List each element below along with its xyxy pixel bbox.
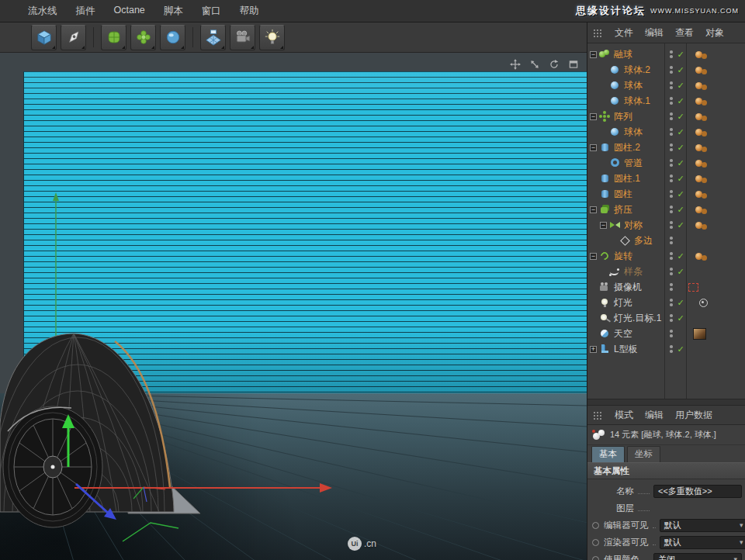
- menu-item-流水线[interactable]: 流水线: [19, 5, 67, 18]
- object-row[interactable]: 球体✓: [587, 78, 745, 93]
- visibility-dots[interactable]: [670, 345, 673, 353]
- editor-visibility-select[interactable]: 默认▾: [660, 519, 745, 532]
- visibility-dots[interactable]: [670, 128, 673, 136]
- enable-check[interactable]: ✓: [674, 50, 687, 60]
- enable-check[interactable]: ✓: [674, 96, 687, 106]
- panel-splitter[interactable]: [587, 399, 745, 406]
- visibility-dots[interactable]: [670, 159, 673, 167]
- keyframe-circle[interactable]: [592, 539, 599, 546]
- material-tag-icon[interactable]: [695, 160, 702, 167]
- collapse-toggle[interactable]: −: [590, 253, 597, 260]
- enable-check[interactable]: ✓: [674, 298, 687, 308]
- material-tag-icon[interactable]: [695, 51, 702, 58]
- visibility-dots[interactable]: [670, 252, 673, 260]
- material-tag-icon[interactable]: [695, 253, 702, 260]
- rotate-view-icon[interactable]: [549, 59, 560, 70]
- enable-check[interactable]: ✓: [674, 65, 687, 75]
- material-tag-icon[interactable]: [695, 222, 702, 229]
- expand-toggle[interactable]: +: [590, 346, 597, 353]
- visibility-dots[interactable]: [670, 314, 673, 322]
- pan-view-icon[interactable]: [510, 59, 521, 70]
- material-tag-icon[interactable]: [695, 191, 702, 198]
- menu-item-插件[interactable]: 插件: [67, 5, 105, 18]
- section-header[interactable]: 基本属性: [587, 462, 745, 479]
- enable-check[interactable]: ✓: [674, 174, 687, 184]
- toggle-view-icon[interactable]: [568, 59, 579, 70]
- keyframe-circle[interactable]: [592, 556, 599, 560]
- visibility-dots[interactable]: [670, 330, 673, 337]
- object-row[interactable]: 球体.1✓: [587, 93, 745, 109]
- floor-tool[interactable]: [200, 25, 226, 50]
- viewport-canvas[interactable]: Ui .cn: [0, 53, 587, 560]
- object-row[interactable]: 圆柱.1✓: [587, 171, 745, 186]
- object-row[interactable]: 灯光.目标.1✓: [587, 310, 745, 326]
- om-menu-文件[interactable]: 文件: [615, 26, 633, 40]
- enable-check[interactable]: ✓: [674, 143, 687, 153]
- enable-check[interactable]: ✓: [674, 220, 687, 230]
- visibility-dots[interactable]: [670, 66, 673, 74]
- visibility-dots[interactable]: [670, 50, 673, 58]
- am-menu-编辑[interactable]: 编辑: [645, 409, 664, 422]
- object-row[interactable]: 球体✓: [587, 124, 745, 140]
- use-color-select[interactable]: 关闭▾: [653, 553, 742, 560]
- enable-check[interactable]: ✓: [674, 344, 687, 354]
- object-row[interactable]: 摄像机: [587, 279, 745, 295]
- menu-item-脚本[interactable]: 脚本: [154, 5, 192, 18]
- enable-check[interactable]: ✓: [674, 251, 687, 261]
- object-row[interactable]: 天空: [587, 326, 745, 341]
- collapse-toggle[interactable]: −: [590, 206, 597, 213]
- visibility-dots[interactable]: [670, 221, 673, 229]
- enable-check[interactable]: ✓: [674, 205, 687, 215]
- visibility-dots[interactable]: [670, 143, 673, 151]
- name-input[interactable]: <<多重数值>>: [653, 485, 742, 498]
- menu-item-帮助[interactable]: 帮助: [230, 5, 269, 18]
- tab-坐标[interactable]: 坐标: [627, 446, 660, 462]
- menu-item-窗口[interactable]: 窗口: [192, 5, 230, 18]
- visibility-dots[interactable]: [670, 283, 673, 291]
- material-tag-icon[interactable]: [695, 98, 702, 105]
- target-tag-icon[interactable]: [699, 299, 708, 307]
- om-menu-查看[interactable]: 查看: [675, 26, 694, 40]
- collapse-toggle[interactable]: −: [590, 113, 597, 120]
- texture-tag-icon[interactable]: [693, 328, 706, 340]
- om-menu-对象[interactable]: 对象: [705, 26, 724, 40]
- keyframe-circle[interactable]: [592, 522, 599, 529]
- tab-基本[interactable]: 基本: [591, 446, 625, 462]
- object-row[interactable]: −阵列✓: [587, 109, 745, 124]
- material-tag-icon[interactable]: [695, 82, 702, 89]
- object-row[interactable]: +L型板✓: [587, 341, 745, 357]
- object-row[interactable]: 多边: [587, 233, 745, 248]
- material-tag-icon[interactable]: [695, 67, 702, 74]
- object-row[interactable]: −圆柱.2✓: [587, 140, 745, 155]
- enable-check[interactable]: ✓: [674, 81, 687, 91]
- collapse-toggle[interactable]: −: [590, 144, 597, 151]
- camera-tool[interactable]: [230, 25, 255, 50]
- panel-grip-icon[interactable]: [593, 411, 601, 420]
- object-row[interactable]: 样条✓: [587, 264, 745, 279]
- volume-tool[interactable]: [160, 25, 185, 50]
- am-menu-模式[interactable]: 模式: [615, 409, 633, 422]
- visibility-dots[interactable]: [670, 81, 673, 89]
- material-tag-icon[interactable]: [695, 175, 702, 182]
- visibility-dots[interactable]: [670, 268, 673, 275]
- collapse-toggle[interactable]: −: [590, 51, 597, 58]
- object-row[interactable]: −融球✓: [587, 47, 745, 62]
- om-menu-编辑[interactable]: 编辑: [645, 26, 664, 40]
- enable-check[interactable]: ✓: [674, 267, 687, 277]
- zoom-view-icon[interactable]: [529, 59, 540, 70]
- enable-check[interactable]: ✓: [674, 158, 687, 168]
- object-row[interactable]: 灯光✓: [587, 295, 745, 310]
- object-row[interactable]: −对称✓: [587, 217, 745, 233]
- visibility-dots[interactable]: [670, 175, 673, 182]
- object-row[interactable]: 管道✓: [587, 155, 745, 171]
- enable-check[interactable]: ✓: [674, 112, 687, 122]
- generators-tool[interactable]: [101, 25, 126, 50]
- visibility-dots[interactable]: [670, 112, 673, 120]
- visibility-dots[interactable]: [670, 97, 673, 105]
- enable-check[interactable]: ✓: [674, 313, 687, 323]
- visibility-dots[interactable]: [670, 237, 673, 244]
- visibility-dots[interactable]: [670, 190, 673, 198]
- camera-tag-icon[interactable]: [688, 283, 698, 292]
- enable-check[interactable]: ✓: [674, 127, 687, 137]
- primitive-cube-tool[interactable]: [31, 25, 57, 50]
